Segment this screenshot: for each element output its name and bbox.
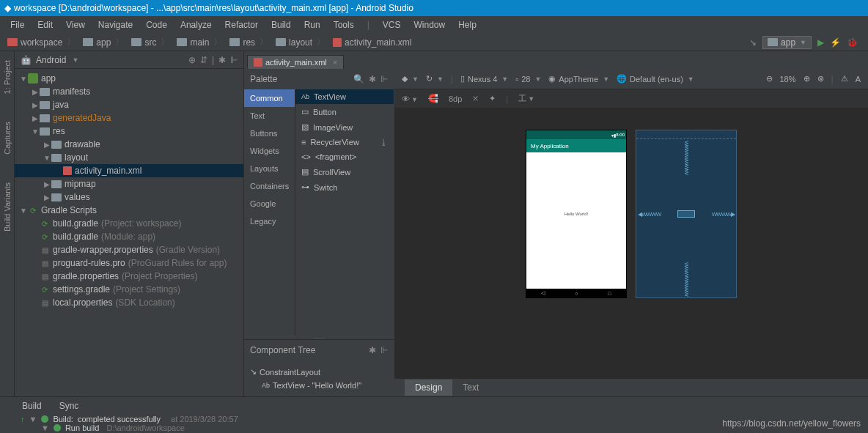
zoom-out-icon[interactable]: ⊖ xyxy=(766,74,773,84)
gear-icon[interactable]: ✱ xyxy=(369,345,376,355)
collapse-icon[interactable]: ⇵ xyxy=(200,55,207,65)
preview-textview[interactable]: Hello World! xyxy=(564,212,589,216)
menu-refactor[interactable]: Refactor xyxy=(219,20,264,30)
palette-cat-widgets[interactable]: Widgets xyxy=(244,142,295,160)
folder-icon xyxy=(768,38,778,46)
crumb-app[interactable]: app xyxy=(80,36,127,48)
palette-item-scrollview[interactable]: ▤ScrollView xyxy=(295,164,394,180)
menu-navigate[interactable]: Navigate xyxy=(92,20,139,30)
component-constraintlayout[interactable]: ↘ConstraintLayout xyxy=(250,365,388,379)
palette-cat-layouts[interactable]: Layouts xyxy=(244,160,295,177)
menu-build[interactable]: Build xyxy=(265,20,297,30)
palette-items[interactable]: AbTextView ▭Button ▧ImageView ≡RecyclerV… xyxy=(295,89,394,335)
gear-icon[interactable]: ✱ xyxy=(369,74,376,84)
make-project-icon[interactable]: ↘ xyxy=(749,37,757,48)
crumb-res[interactable]: res xyxy=(227,36,271,48)
gradle-file-icon: ⟳ xyxy=(40,284,50,295)
hide-icon[interactable]: ⊩ xyxy=(380,74,388,84)
design-canvas[interactable]: ▾▮8:00 My Application Hello World! ◁○□ ◀… xyxy=(394,108,868,379)
menu-analyze[interactable]: Analyze xyxy=(174,20,218,30)
menu-file[interactable]: File xyxy=(4,20,30,30)
device-selector[interactable]: ▯ Nexus 4▼ xyxy=(460,74,508,84)
blueprint-preview[interactable]: ◀WWWW WWWW▶ WWWWWWW WWWWWWW xyxy=(636,130,736,297)
hide-icon[interactable]: ⊩ xyxy=(380,345,388,355)
theme-selector[interactable]: ◉ AppTheme▼ xyxy=(548,74,609,84)
palette-cat-google[interactable]: Google xyxy=(244,195,295,212)
hide-icon[interactable]: ⊩ xyxy=(230,55,238,65)
tree-file-activity-main[interactable]: activity_main.xml xyxy=(15,164,243,177)
module-icon xyxy=(28,73,38,84)
palette-cat-common[interactable]: Common xyxy=(244,89,295,107)
crumb-file[interactable]: activity_main.xml xyxy=(330,37,419,48)
menu-code[interactable]: Code xyxy=(140,20,173,30)
editor-mode-tabs: Design Text xyxy=(394,379,868,396)
magnet-icon[interactable]: 🧲 xyxy=(428,94,438,103)
palette-cat-legacy[interactable]: Legacy xyxy=(244,212,295,230)
gear-icon[interactable]: ✱ xyxy=(218,55,226,65)
folder-icon xyxy=(51,193,62,201)
apply-changes-icon[interactable]: ⚡ xyxy=(830,37,841,48)
palette-cat-containers[interactable]: Containers xyxy=(244,177,295,195)
watermark: https://blog.csdn.net/yellow_flowers xyxy=(722,418,861,429)
run-config-selector[interactable]: app▼ xyxy=(762,36,812,49)
palette-categories[interactable]: Common Text Buttons Widgets Layouts Cont… xyxy=(244,89,295,335)
component-tree[interactable]: ↘ConstraintLayout AbTextView - "Hello Wo… xyxy=(244,360,394,396)
crumb-main[interactable]: main xyxy=(174,36,225,48)
zoom-fit-icon[interactable]: ⊗ xyxy=(817,74,824,84)
folder-icon xyxy=(51,141,62,149)
guidelines-icon[interactable]: 工▼ xyxy=(518,93,534,104)
palette-item-button[interactable]: ▭Button xyxy=(295,104,394,119)
device-preview[interactable]: ▾▮8:00 My Application Hello World! ◁○□ xyxy=(526,130,626,297)
blueprint-textview[interactable] xyxy=(677,210,695,218)
menu-edit[interactable]: Edit xyxy=(32,20,59,30)
design-surface-selector[interactable]: ◆▼ xyxy=(402,74,419,84)
palette-item-recyclerview[interactable]: ≡RecyclerView⭳ xyxy=(295,135,394,149)
crumb-layout[interactable]: layout xyxy=(273,36,328,48)
device-navbar: ◁○□ xyxy=(526,289,626,297)
palette-cat-text[interactable]: Text xyxy=(244,107,295,125)
crumb-workspace[interactable]: workspace xyxy=(4,36,78,48)
attributes-toggle[interactable]: A xyxy=(856,75,861,84)
design-tab[interactable]: Design xyxy=(405,380,452,396)
menu-tools[interactable]: Tools xyxy=(328,20,360,30)
search-icon[interactable]: 🔍 xyxy=(353,74,364,84)
up-arrow-icon[interactable]: ↑ xyxy=(21,415,25,423)
target-icon[interactable]: ⊕ xyxy=(188,55,196,65)
palette-item-textview[interactable]: AbTextView xyxy=(295,89,394,104)
palette-item-imageview[interactable]: ▧ImageView xyxy=(295,119,394,135)
component-textview[interactable]: AbTextView - "Hello World!" xyxy=(250,379,388,392)
project-tree[interactable]: ▼app ▶manifests ▶java ▶generatedJava ▼re… xyxy=(15,69,243,396)
locale-selector[interactable]: 🌐 Default (en-us)▼ xyxy=(617,74,694,84)
clear-constraints-icon[interactable]: ⤫ xyxy=(472,94,479,103)
project-view-mode[interactable]: Android xyxy=(36,55,66,65)
download-icon[interactable]: ⭳ xyxy=(380,138,388,147)
editor-tab-activity-main[interactable]: activity_main.xml × xyxy=(247,55,344,69)
menu-window[interactable]: Window xyxy=(408,20,451,30)
menu-view[interactable]: View xyxy=(60,20,91,30)
folder-icon xyxy=(177,38,187,46)
zoom-in-icon[interactable]: ⊕ xyxy=(803,74,810,84)
bottom-tab-build[interactable]: Build xyxy=(15,399,49,413)
text-tab[interactable]: Text xyxy=(452,380,489,396)
run-button[interactable]: ▶ xyxy=(817,37,824,48)
tool-build-variants[interactable]: Build Variants xyxy=(3,180,12,234)
infer-constraints-icon[interactable]: ✦ xyxy=(489,94,496,103)
bottom-tab-sync[interactable]: Sync xyxy=(52,399,87,413)
crumb-src[interactable]: src xyxy=(128,36,172,48)
close-tab-icon[interactable]: × xyxy=(333,58,337,67)
api-selector[interactable]: ▫ 28▼ xyxy=(515,75,541,84)
folder-icon xyxy=(83,38,93,46)
eye-icon[interactable]: 👁▼ xyxy=(402,95,418,103)
warning-icon[interactable]: ⚠ xyxy=(841,74,848,84)
menu-help[interactable]: Help xyxy=(452,20,482,30)
debug-icon[interactable]: 🐞 xyxy=(847,37,858,48)
palette-cat-buttons[interactable]: Buttons xyxy=(244,125,295,142)
orientation-selector[interactable]: ↻▼ xyxy=(426,74,444,84)
default-margin[interactable]: 8dp xyxy=(449,95,462,103)
tool-project[interactable]: 1: Project xyxy=(3,57,12,97)
menu-run[interactable]: Run xyxy=(298,20,326,30)
palette-item-fragment[interactable]: <><fragment> xyxy=(295,149,394,164)
menu-vcs[interactable]: VCS xyxy=(377,20,407,30)
tool-captures[interactable]: Captures xyxy=(3,119,12,158)
palette-item-switch[interactable]: ⊶Switch xyxy=(295,180,394,195)
